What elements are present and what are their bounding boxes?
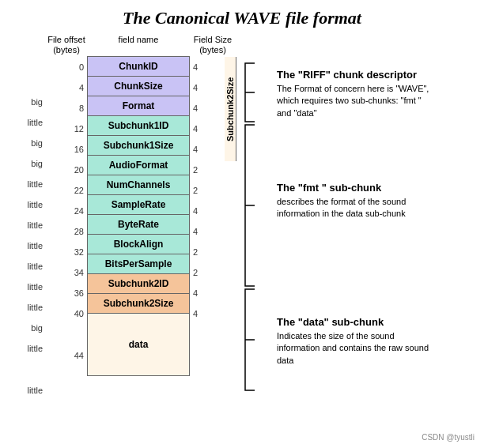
offset-num: 4 (79, 77, 84, 98)
annotation-text: Indicates the size of the sound informat… (277, 330, 431, 367)
size-num: 4 (193, 283, 198, 303)
endian-label: little (27, 256, 43, 277)
size-header: Field Size(bytes) (190, 35, 236, 55)
field-row: AudioFormat (87, 155, 190, 175)
size-num: 4 (193, 57, 198, 77)
offset-num: 20 (74, 160, 84, 180)
offset-num: 8 (79, 98, 84, 119)
endian-label: little (27, 194, 43, 215)
field-row: Subchunk1Size (87, 135, 190, 156)
field-row: ChunkID (87, 56, 190, 77)
size-num: 4 (193, 139, 198, 160)
offset-num: 16 (74, 139, 84, 160)
fields-column: ChunkIDChunkSizeFormatSubchunk1IDSubchun… (87, 57, 190, 387)
annotation-title: The "fmt " sub-chunk (277, 182, 431, 194)
field-row: ChunkSize (87, 76, 190, 96)
page-title: The Canonical WAVE file format (8, 8, 476, 28)
size-num: 4 (193, 98, 198, 119)
bracket-annotations: The "RIFF" chunk descriptorThe Format of… (242, 62, 443, 392)
size-num: 2 (193, 262, 198, 283)
endian-label: big (31, 133, 43, 153)
size-num: 4 (193, 221, 198, 242)
field-row: ByteRate (87, 214, 190, 235)
offset-num: 22 (74, 180, 84, 201)
offset-num: 12 (74, 119, 84, 139)
annotation-block: The "data" sub-chunkIndicates the size o… (277, 316, 431, 367)
column-headers: File offset(bytes) field name Field Size… (46, 35, 236, 55)
table-area: File offset(bytes) field name Field Size… (46, 35, 239, 387)
field-row: Subchunk2ID (87, 273, 190, 294)
annotation-text: describes the format of the sound inform… (277, 196, 431, 220)
offset-num: 32 (74, 242, 84, 262)
size-num: 4 (193, 77, 198, 98)
size-num: 4 (193, 303, 198, 324)
size-num: 4 (193, 201, 198, 221)
offset-header: File offset(bytes) (46, 35, 87, 55)
annotation-title: The "RIFF" chunk descriptor (277, 69, 431, 81)
size-num: 2 (193, 242, 198, 262)
annotation-block: The "RIFF" chunk descriptorThe Format of… (277, 69, 431, 119)
endian-label: little (27, 338, 43, 359)
endian-label: big (31, 318, 43, 338)
endian-label: little (27, 235, 43, 256)
endian-label: big (31, 153, 43, 174)
offset-num: 36 (74, 283, 84, 303)
annotation-title: The "data" sub-chunk (277, 316, 431, 328)
offset-num: 24 (74, 201, 84, 221)
size-num: 2 (193, 180, 198, 201)
field-row: NumChannels (87, 175, 190, 195)
offset-num: 40 (74, 303, 84, 324)
rows-container: 0481216202224283234364044 ChunkIDChunkSi… (46, 57, 239, 387)
bracket-svg (242, 62, 261, 392)
subchunk2size-label: Subchunk2Size (225, 57, 236, 161)
size-num: 2 (193, 160, 198, 180)
right-side: 4444422442244 Subchunk2Size (190, 57, 239, 387)
endian-label: little (27, 359, 43, 422)
endian-label: little (27, 215, 43, 235)
endian-label: little (27, 277, 43, 297)
main-area: biglittlebigbiglittlelittlelittlelittlel… (8, 35, 476, 422)
subchunk2size-wrapper: Subchunk2Size (221, 57, 239, 387)
endian-column: biglittlebigbiglittlelittlelittlelittlel… (8, 71, 46, 422)
offset-num: 0 (79, 57, 84, 77)
field-row: BitsPerSample (87, 254, 190, 274)
field-header: field name (87, 35, 190, 55)
field-row: data (87, 313, 190, 376)
endian-label: little (27, 297, 43, 318)
annotation-block: The "fmt " sub-chunkdescribes the format… (277, 182, 431, 220)
watermark: CSDN @tyustli (422, 433, 475, 442)
field-row: Subchunk1ID (87, 115, 190, 136)
offset-num: 34 (74, 262, 84, 283)
endian-label: little (27, 174, 43, 194)
field-row: Format (87, 96, 190, 116)
field-row: BlockAlign (87, 234, 190, 254)
field-row: SampleRate (87, 194, 190, 215)
endian-label: big (31, 92, 43, 112)
page: The Canonical WAVE file format biglittle… (0, 0, 484, 448)
offset-num: 44 (74, 324, 84, 387)
offset-column: 0481216202224283234364044 (46, 57, 87, 387)
annotation-text: The Format of concern here is "WAVE", wh… (277, 83, 431, 119)
endian-label: little (27, 112, 43, 133)
annotations-column: The "RIFF" chunk descriptorThe Format of… (277, 62, 443, 392)
field-row: Subchunk2Size (87, 293, 190, 314)
offset-num: 28 (74, 221, 84, 242)
size-column: 4444422442244 (190, 57, 221, 387)
size-num: 4 (193, 119, 198, 139)
